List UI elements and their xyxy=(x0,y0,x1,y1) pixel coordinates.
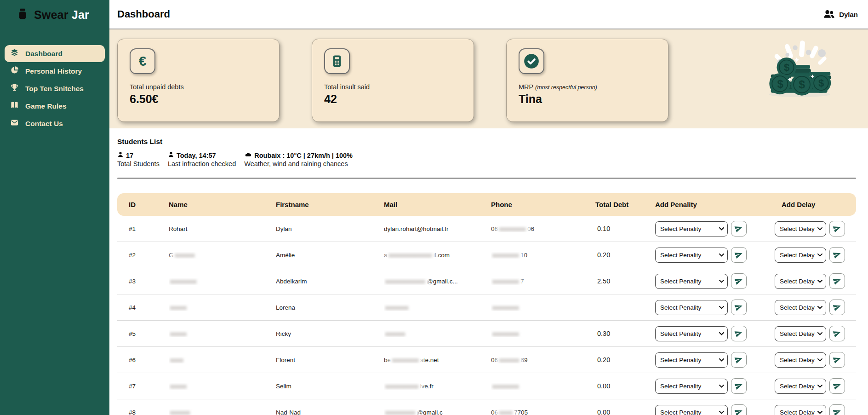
delay-select[interactable]: Select Delay xyxy=(775,300,826,315)
sidebar-item-contact-us[interactable]: Contact Us xyxy=(5,115,105,132)
paper-plane-icon xyxy=(735,329,743,339)
sidebar-item-dashboard[interactable]: Dashboard xyxy=(5,45,105,62)
delay-select[interactable]: Select Delay xyxy=(775,326,826,341)
penalty-cell: Select Penality xyxy=(655,326,775,341)
delay-select[interactable]: Select Delay xyxy=(775,274,826,289)
penalty-select[interactable]: Select Penality xyxy=(655,274,728,289)
envelope-icon xyxy=(10,118,19,129)
delay-select[interactable]: Select Delay xyxy=(775,405,826,415)
table-row: #5 xxxxx Ricky xxxxxx xxxxxxxx 0.30 Sele… xyxy=(117,321,856,347)
penalty-select[interactable]: Select Penality xyxy=(655,221,728,236)
cloud-icon xyxy=(244,151,252,159)
send-delay-button[interactable] xyxy=(829,221,845,236)
send-delay-button[interactable] xyxy=(829,300,845,315)
table-row: #1 Rohart Dylan dylan.rohart@hotmail.fr … xyxy=(117,216,856,242)
paper-plane-icon xyxy=(833,277,841,286)
send-delay-button[interactable] xyxy=(829,352,845,368)
send-penalty-button[interactable] xyxy=(731,273,747,289)
student-firstname: Ricky xyxy=(276,330,384,337)
student-name: xxxx xyxy=(169,357,276,363)
person-icon xyxy=(117,151,124,159)
student-name: xxxxxx xyxy=(169,409,276,415)
student-total-debt: 0.00 xyxy=(595,409,655,415)
sidebar-item-game-rules[interactable]: Game Rules xyxy=(5,98,105,115)
student-firstname: Florent xyxy=(276,357,384,363)
column-header-mail: Mail xyxy=(384,201,491,208)
penalty-cell: Select Penality xyxy=(655,247,775,263)
penalty-select[interactable]: Select Penality xyxy=(655,405,728,415)
student-mail: xxxxxxx xyxy=(384,304,491,311)
penalty-select[interactable]: Select Penality xyxy=(655,248,728,263)
brand-name: Swear Jar xyxy=(34,8,89,22)
student-total-debt: 0.20 xyxy=(595,356,655,363)
card-total-unpaid-debts: € Total unpaid debts 6.50€ xyxy=(117,39,280,122)
student-mail: xxxxxxxxxxxx@gmail.c... xyxy=(384,278,491,285)
student-phone: xxxxxxxx xyxy=(491,304,595,311)
paper-plane-icon xyxy=(735,250,743,260)
sidebar-item-top-ten-snitches[interactable]: Top Ten Snitches xyxy=(5,80,105,97)
card-value: Tina xyxy=(519,92,656,106)
sidebar-item-label: Top Ten Snitches xyxy=(25,85,84,93)
student-firstname: Lorena xyxy=(276,304,384,311)
page-title: Dashboard xyxy=(117,8,170,20)
delay-select[interactable]: Select Delay xyxy=(775,352,826,368)
student-id: #2 xyxy=(117,252,169,259)
send-delay-button[interactable] xyxy=(829,404,845,415)
send-penalty-button[interactable] xyxy=(731,247,747,263)
send-penalty-button[interactable] xyxy=(731,378,747,394)
student-name: xxxxx xyxy=(169,383,276,390)
send-delay-button[interactable] xyxy=(829,273,845,289)
stat-total-students: 17 Total Students xyxy=(117,151,160,167)
send-penalty-button[interactable] xyxy=(731,404,747,415)
app-root: Swear Jar Dashboard Personal History Top… xyxy=(0,0,868,415)
user-menu[interactable]: Dylan xyxy=(823,8,858,21)
student-phone: 06xxxxxx69 xyxy=(491,357,595,363)
send-penalty-button[interactable] xyxy=(731,221,747,236)
penalty-select[interactable]: Select Penality xyxy=(655,379,728,394)
student-id: #5 xyxy=(117,330,169,337)
topbar: Dashboard Dylan xyxy=(109,0,868,29)
check-circle-icon xyxy=(519,48,544,74)
paper-plane-icon xyxy=(833,381,841,391)
penalty-select[interactable]: Select Penality xyxy=(655,326,728,341)
send-delay-button[interactable] xyxy=(829,378,845,394)
person-icon xyxy=(168,151,174,159)
sidebar-nav: Dashboard Personal History Top Ten Snitc… xyxy=(0,45,109,132)
section-title: Students List xyxy=(117,138,856,146)
section-divider xyxy=(117,178,856,179)
send-delay-button[interactable] xyxy=(829,326,845,341)
penalty-select[interactable]: Select Penality xyxy=(655,300,728,315)
svg-text:$: $ xyxy=(777,78,783,90)
users-icon xyxy=(823,8,835,21)
paper-plane-icon xyxy=(735,408,743,415)
svg-text:$: $ xyxy=(818,77,824,89)
penalty-cell: Select Penality xyxy=(655,273,775,289)
sidebar-item-personal-history[interactable]: Personal History xyxy=(5,63,105,80)
table-header: ID Name Firstname Mail Phone Total Debt … xyxy=(117,193,856,216)
stats-row: 17 Total Students Today, 14:57 Last infr… xyxy=(117,151,856,167)
penalty-cell: Select Penality xyxy=(655,352,775,368)
paper-plane-icon xyxy=(833,224,841,234)
card-label: Total unpaid debts xyxy=(130,83,267,91)
penalty-select[interactable]: Select Penality xyxy=(655,352,728,368)
send-penalty-button[interactable] xyxy=(731,300,747,315)
content: € Total unpaid debts 6.50€ Total insult … xyxy=(109,29,868,415)
column-header-phone: Phone xyxy=(491,201,595,208)
jar-icon xyxy=(17,8,29,22)
student-total-debt: 0.20 xyxy=(595,251,655,259)
student-mail: xxxxxxxxxxive.fr xyxy=(384,383,491,390)
delay-cell: Select Delay xyxy=(775,352,856,368)
student-firstname: Abdelkarim xyxy=(276,278,384,285)
delay-select[interactable]: Select Delay xyxy=(775,248,826,263)
send-delay-button[interactable] xyxy=(829,247,845,263)
student-firstname: Selim xyxy=(276,383,384,390)
send-penalty-button[interactable] xyxy=(731,326,747,341)
card-value: 6.50€ xyxy=(130,92,267,106)
delay-select[interactable]: Select Delay xyxy=(775,379,826,394)
sidebar-item-label: Contact Us xyxy=(25,120,63,128)
student-mail: axxxxxxxxxxxxxil.com xyxy=(384,252,491,259)
column-header-add-penality: Add Penality xyxy=(655,201,775,208)
send-penalty-button[interactable] xyxy=(731,352,747,368)
trophy-icon xyxy=(10,83,19,94)
delay-select[interactable]: Select Delay xyxy=(775,221,826,236)
